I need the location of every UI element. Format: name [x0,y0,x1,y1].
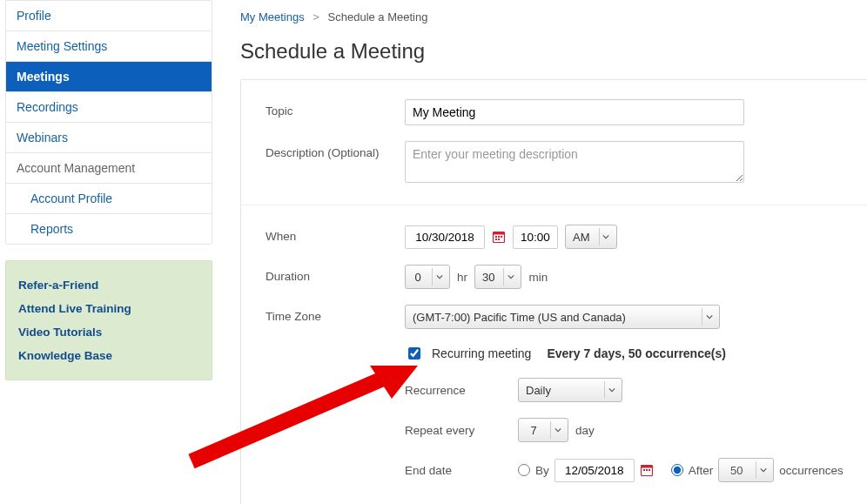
chevron-down-icon [432,268,446,286]
breadcrumb-separator: > [307,10,325,24]
timezone-select[interactable]: (GMT-7:00) Pacific Time (US and Canada) [405,305,720,329]
duration-min-unit: min [528,271,548,284]
enddate-occurrences-label: occurrences [779,464,843,477]
recurring-summary: Every 7 days, 50 occurrence(s) [547,346,725,360]
sidebar-item-account-profile[interactable]: Account Profile [6,184,212,214]
svg-rect-4 [501,236,502,238]
repeat-label: Repeat every [405,424,518,437]
sidebar-nav: Profile Meeting Settings Meetings Record… [5,0,212,245]
chevron-down-icon [503,268,517,286]
recurrence-value: Daily [526,384,556,397]
chevron-down-icon [604,381,618,399]
chevron-down-icon [599,228,613,245]
enddate-after-value: 50 [726,464,752,477]
duration-min-value: 30 [482,271,500,284]
svg-rect-2 [495,236,497,238]
svg-rect-5 [495,239,497,240]
duration-hr-select[interactable]: 0 [405,265,450,289]
repeat-unit: day [575,424,595,437]
calendar-icon[interactable] [640,463,654,477]
sidebar-item-webinars[interactable]: Webinars [6,123,212,153]
recurring-checkbox[interactable] [408,347,420,360]
recurrence-select[interactable]: Daily [518,378,622,402]
description-input[interactable] [405,141,744,183]
calendar-icon[interactable] [492,230,506,244]
sidebar-item-profile[interactable]: Profile [6,1,212,31]
enddate-after-label: After [689,464,714,477]
svg-rect-9 [643,469,645,471]
breadcrumb: My Meetings > Schedule a Meeting [240,0,867,34]
svg-rect-11 [649,469,650,471]
sidebar-item-meetings[interactable]: Meetings [6,62,212,92]
sidebar-section-account: Account Management [6,153,212,184]
svg-rect-3 [498,236,500,238]
when-ampm-select[interactable]: AM [565,225,617,249]
help-refer-a-friend[interactable]: Refer-a-Friend [18,273,199,297]
sidebar-item-recordings[interactable]: Recordings [6,92,212,123]
svg-rect-10 [646,469,648,471]
page-title: Schedule a Meeting [240,39,867,64]
enddate-after-radio[interactable] [671,464,683,476]
topic-input[interactable] [405,99,744,125]
when-ampm-value: AM [573,231,595,244]
svg-rect-8 [641,466,652,468]
repeat-value-select[interactable]: 7 [518,418,568,442]
enddate-by-radio[interactable] [518,464,530,476]
duration-hr-unit: hr [457,271,467,284]
sidebar-item-meeting-settings[interactable]: Meeting Settings [6,31,212,62]
help-box: Refer-a-Friend Attend Live Training Vide… [5,260,212,380]
recurring-label: Recurring meeting [432,346,531,360]
enddate-by-input[interactable] [554,459,635,482]
when-time-input[interactable] [513,225,558,249]
duration-label: Duration [265,265,405,283]
repeat-value: 7 [526,424,547,437]
description-label: Description (Optional) [265,141,405,159]
chevron-down-icon [756,461,770,479]
when-label: When [265,225,405,243]
recurrence-label: Recurrence [405,384,518,397]
timezone-label: Time Zone [265,305,405,323]
svg-rect-1 [494,232,505,235]
when-date-input[interactable] [405,225,485,249]
topic-label: Topic [265,99,405,118]
duration-min-select[interactable]: 30 [474,265,521,289]
breadcrumb-current: Schedule a Meeting [328,10,428,24]
enddate-by-label: By [535,464,549,477]
help-knowledge-base[interactable]: Knowledge Base [18,344,199,367]
chevron-down-icon [702,308,716,326]
form-card: Topic Description (Optional) When [240,79,867,504]
help-video-tutorials[interactable]: Video Tutorials [18,320,199,344]
svg-rect-6 [498,239,500,240]
chevron-down-icon [550,421,564,439]
enddate-after-select[interactable]: 50 [718,458,774,482]
enddate-label: End date [405,464,518,477]
help-attend-live-training[interactable]: Attend Live Training [18,297,199,320]
sidebar-item-reports[interactable]: Reports [6,214,212,244]
duration-hr-value: 0 [413,271,428,284]
timezone-value: (GMT-7:00) Pacific Time (US and Canada) [413,311,631,324]
breadcrumb-root[interactable]: My Meetings [240,10,305,24]
